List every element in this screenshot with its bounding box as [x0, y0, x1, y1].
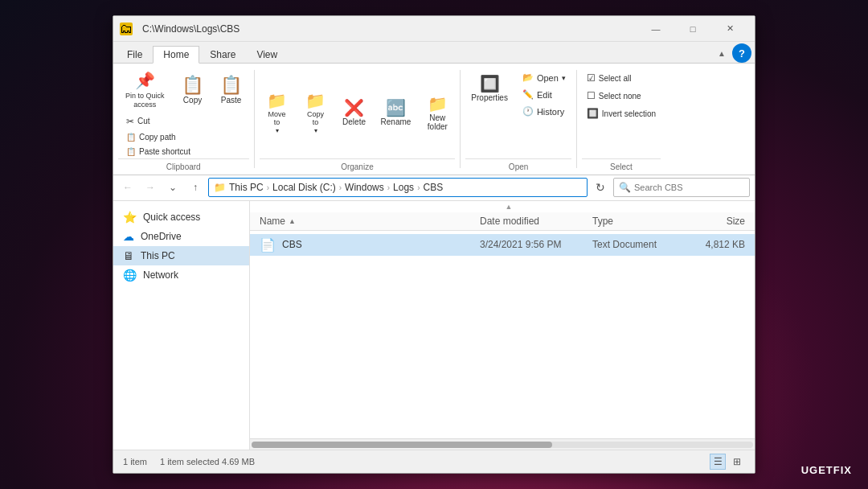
bc-sep-1: ›: [267, 183, 269, 192]
col-header-size[interactable]: Size: [681, 216, 745, 227]
select-all-button[interactable]: ☑ Select all: [582, 70, 661, 86]
ribbon-expand-button[interactable]: ▲: [714, 47, 729, 60]
title-bar-icons: 🗂: [120, 23, 133, 35]
organize-group: 📁 Moveto ▾ 📁 Copyto ▾ ❌ Delete 🔤: [260, 67, 456, 171]
open-group: 🔲 Properties 📂 Open ▾ ✏️ Edit: [465, 67, 571, 171]
up-button[interactable]: ↑: [186, 178, 205, 197]
bc-local-disk: Local Disk (C:): [272, 182, 336, 193]
bc-sep-2: ›: [339, 183, 342, 192]
select-group-label: Select: [582, 158, 661, 171]
breadcrumb-bar: ← → ⌄ ↑ 📁 This PC › Local Disk (C:) › Wi…: [113, 175, 755, 201]
breadcrumb-path[interactable]: 📁 This PC › Local Disk (C:) › Windows › …: [208, 178, 588, 197]
file-name: CBS: [282, 239, 480, 250]
sidebar-item-network[interactable]: 🌐 Network: [113, 265, 249, 285]
status-selected: 1 item selected 4.69 MB: [160, 457, 255, 466]
file-date: 3/24/2021 9:56 PM: [480, 239, 592, 250]
maximize-button[interactable]: □: [674, 16, 711, 42]
close-button[interactable]: ✕: [711, 16, 748, 42]
properties-button[interactable]: 🔲 Properties: [465, 70, 514, 106]
ribbon-tabs: File Home Share View ▲ ?: [113, 42, 755, 63]
sidebar: ⭐ Quick access ☁ OneDrive 🖥 This PC 🌐 Ne…: [113, 201, 250, 450]
new-folder-button[interactable]: 📁 Newfolder: [420, 90, 455, 135]
tiles-view-button[interactable]: ⊞: [729, 454, 745, 470]
help-button[interactable]: ?: [732, 43, 751, 63]
file-size: 4,812 KB: [681, 239, 745, 250]
col-header-date[interactable]: Date modified: [480, 216, 592, 227]
details-view-button[interactable]: ☰: [710, 454, 726, 470]
paste-button[interactable]: 📋 Paste: [214, 71, 249, 109]
rename-button[interactable]: 🔤 Rename: [375, 94, 417, 130]
file-icon: 📄: [260, 237, 276, 253]
open-button[interactable]: 📂 Open ▾: [517, 70, 571, 85]
search-box[interactable]: 🔍: [613, 178, 750, 197]
open-group-label: Open: [465, 158, 571, 171]
network-icon: 🌐: [123, 269, 137, 281]
column-headers: Name ▲ Date modified Type Size: [250, 212, 755, 231]
bc-this-pc: This PC: [229, 182, 264, 193]
history-button[interactable]: 🕐 History: [517, 104, 571, 119]
sidebar-item-label-quick-access: Quick access: [143, 212, 200, 223]
file-type: Text Document: [592, 239, 681, 250]
select-none-button[interactable]: ☐ Select none: [582, 88, 661, 104]
onedrive-icon: ☁: [123, 230, 134, 243]
sidebar-item-onedrive[interactable]: ☁ OneDrive: [113, 227, 249, 246]
sidebar-item-label-onedrive: OneDrive: [141, 231, 182, 242]
ribbon-content: 📌 Pin to Quickaccess 📋 Copy 📋 Paste: [113, 63, 755, 175]
horizontal-scrollbar[interactable]: [250, 438, 755, 450]
sidebar-item-label-this-pc: This PC: [141, 250, 175, 261]
ugetfix-logo: UGETFIX: [801, 464, 852, 476]
bc-logs: Logs: [393, 182, 414, 193]
copy-path-button[interactable]: 📋 Copy path: [121, 130, 249, 144]
clipboard-group-label: Clipboard: [118, 158, 249, 171]
delete-button[interactable]: ❌ Delete: [337, 94, 372, 130]
copy-to-button[interactable]: 📁 Copyto ▾: [298, 87, 334, 138]
file-list: 📄 CBS 3/24/2021 9:56 PM Text Document 4,…: [250, 231, 755, 438]
back-button[interactable]: ←: [118, 178, 137, 197]
quick-access-icon: ⭐: [123, 211, 137, 224]
folder-icon: 🗂: [120, 23, 133, 35]
minimize-button[interactable]: —: [637, 16, 674, 42]
table-row[interactable]: 📄 CBS 3/24/2021 9:56 PM Text Document 4,…: [250, 234, 755, 256]
cut-button[interactable]: ✂ Cut: [121, 113, 249, 129]
invert-selection-button[interactable]: 🔲 Invert selection: [582, 105, 661, 121]
title-path: C:\Windows\Logs\CBS: [142, 23, 637, 35]
recent-button[interactable]: ⌄: [163, 178, 182, 197]
search-icon: 🔍: [619, 182, 631, 193]
file-area: ▲ Name ▲ Date modified Type Size: [250, 201, 755, 450]
tab-file[interactable]: File: [117, 45, 153, 63]
copy-button[interactable]: 📋 Copy: [175, 71, 211, 109]
bc-folder-icon: 📁: [214, 182, 226, 193]
tab-home[interactable]: Home: [153, 46, 199, 64]
bc-windows: Windows: [345, 182, 384, 193]
sidebar-item-quick-access[interactable]: ⭐ Quick access: [113, 208, 249, 227]
pin-to-quick-access-button[interactable]: 📌 Pin to Quickaccess: [118, 67, 172, 113]
sidebar-item-this-pc[interactable]: 🖥 This PC: [113, 246, 249, 265]
col-header-name[interactable]: Name ▲: [260, 216, 480, 227]
refresh-button[interactable]: ↻: [591, 178, 610, 197]
col-header-type[interactable]: Type: [592, 216, 681, 227]
paste-shortcut-button[interactable]: 📋 Paste shortcut: [121, 145, 249, 158]
edit-button[interactable]: ✏️ Edit: [517, 87, 571, 102]
status-count: 1 item: [123, 457, 147, 466]
main-content: ⭐ Quick access ☁ OneDrive 🖥 This PC 🌐 Ne…: [113, 201, 755, 450]
scrollbar-thumb: [252, 442, 552, 448]
clipboard-group: 📌 Pin to Quickaccess 📋 Copy 📋 Paste: [118, 67, 249, 171]
bc-sep-3: ›: [387, 183, 390, 192]
scrollbar-track: [252, 442, 753, 448]
select-group: ☑ Select all ☐ Select none 🔲 Invert sele…: [582, 67, 661, 171]
search-input[interactable]: [634, 183, 745, 192]
sidebar-item-label-network: Network: [143, 269, 178, 281]
tab-share[interactable]: Share: [199, 45, 246, 63]
organize-group-label: Organize: [260, 158, 456, 171]
bc-cbs: CBS: [423, 182, 443, 193]
title-bar: 🗂 C:\Windows\Logs\CBS — □ ✕: [113, 16, 755, 42]
ribbon-top-right: ▲ ?: [714, 43, 755, 63]
sort-arrow-name: ▲: [289, 217, 296, 225]
forward-button[interactable]: →: [141, 178, 160, 197]
status-bar: 1 item 1 item selected 4.69 MB ☰ ⊞: [113, 450, 755, 473]
bc-sep-4: ›: [417, 183, 420, 192]
explorer-window: 🗂 C:\Windows\Logs\CBS — □ ✕ File Home Sh…: [113, 15, 755, 474]
move-to-button[interactable]: 📁 Moveto ▾: [260, 87, 295, 138]
tab-view[interactable]: View: [246, 45, 288, 63]
status-view-buttons: ☰ ⊞: [710, 454, 745, 470]
